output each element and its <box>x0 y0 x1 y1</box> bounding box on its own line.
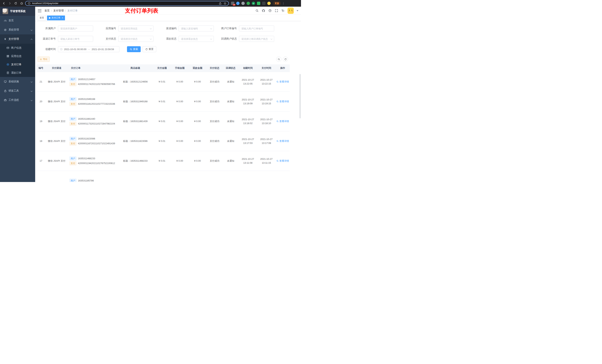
sidebar-item-app-info[interactable]: 应用信息 <box>0 52 35 60</box>
table-toolbar: 导出 <box>38 57 301 62</box>
date-end[interactable]: 2021-10-31 23:59:59 <box>92 48 114 51</box>
pay-order-no: 4200001173202110272847982104 <box>78 122 115 125</box>
document-icon <box>6 71 9 74</box>
sidebar-item-infra[interactable]: 基础设施 <box>0 77 35 86</box>
date-start[interactable]: 2021-10-01 00:00:00 <box>64 48 86 51</box>
col-pay-order: 支付订单 <box>68 64 118 72</box>
extension-icon[interactable] <box>262 2 266 5</box>
refund-status-select[interactable] <box>179 36 214 42</box>
github-icon[interactable] <box>262 9 265 13</box>
browser-update-button[interactable]: 更新 <box>273 1 281 5</box>
chevron-down-icon <box>31 29 32 31</box>
cell-title: 标题：1635312124656 <box>118 72 153 92</box>
view-detail-link[interactable]: 查看详情 <box>276 80 289 83</box>
user-avatar[interactable] <box>288 8 294 14</box>
pay-status-select[interactable] <box>118 36 153 42</box>
cell-pay-time: 2021-10-2713:17:08 <box>257 131 276 151</box>
cell-id: 19 <box>36 111 46 131</box>
merchant-order-no-input[interactable] <box>239 26 274 31</box>
page-info-icon[interactable] <box>27 2 31 5</box>
view-detail-link[interactable]: 查看详情 <box>276 139 289 143</box>
extension-badge: 10 <box>233 4 236 6</box>
share-icon[interactable] <box>218 2 222 5</box>
view-detail-link[interactable]: 查看详情 <box>276 159 289 163</box>
col-title: 商品标题 <box>118 64 153 72</box>
export-button[interactable]: 导出 <box>38 57 50 62</box>
fullscreen-icon[interactable] <box>275 9 278 13</box>
extension-icon[interactable] <box>267 2 271 5</box>
reset-button[interactable]: 重置 <box>142 46 156 52</box>
sidebar-item-system[interactable]: 系统管理 <box>0 25 35 34</box>
bookmark-star-icon[interactable] <box>223 2 226 5</box>
search-button[interactable]: 搜索 <box>127 46 141 52</box>
home-icon[interactable] <box>19 1 24 6</box>
forward-icon[interactable] <box>7 1 12 6</box>
browser-menu-icon[interactable]: ⋮ <box>282 2 285 5</box>
sidebar-item-merchant-info[interactable]: 商户信息 <box>0 44 35 52</box>
cell-actions: 查看详情 <box>276 92 290 111</box>
channel-order-no-input[interactable] <box>58 36 93 42</box>
cell-fee: ¥ 0.00 <box>171 131 189 151</box>
vertical-scrollbar[interactable] <box>300 74 301 118</box>
url-text[interactable]: localhost:1024/pay/order <box>32 2 217 5</box>
refresh-table-icon[interactable] <box>283 57 288 62</box>
sidebar-item-devtools[interactable]: 研发工具 <box>0 86 35 95</box>
merchant-order-no: 1635311881440 <box>78 117 95 120</box>
extension-icon[interactable] <box>241 2 245 5</box>
cell-id: 18 <box>36 131 46 151</box>
cell-pay-order: 商户 163531185786 支付 <box>68 171 118 182</box>
pay-tag: 支付 <box>69 102 76 106</box>
filter-create-time: 创建时间 2021-10-01 00:00:00 - 2021-10-31 23… <box>38 46 119 52</box>
cell-pay-time: 2021-10-2713:22:15 <box>257 72 276 92</box>
date-range-input[interactable]: 2021-10-01 00:00:00 - 2021-10-31 23:59:5… <box>58 46 119 52</box>
merchant-order-no: 1635311468233 <box>78 157 95 160</box>
page-content: 所属商户 应用编号 渠道编码 <box>35 21 301 182</box>
breadcrumb-payment[interactable]: 支付管理 <box>53 9 64 12</box>
cell-actions: 查看详情 <box>276 111 290 131</box>
merchant-input[interactable] <box>58 26 93 31</box>
sidebar-item-refund-order[interactable]: 退款订单 <box>0 69 35 77</box>
reload-icon[interactable] <box>13 1 18 6</box>
merchant-tag: 商户 <box>69 77 76 81</box>
sidebar-item-home[interactable]: 首页 <box>0 16 35 25</box>
tab-home[interactable]: 首页 <box>38 16 46 20</box>
col-channel: 支付渠道 <box>46 64 68 72</box>
app-logo[interactable]: 芋道管理系统 <box>0 7 35 16</box>
sidebar-item-payment[interactable]: ¥ 支付管理 <box>0 34 35 44</box>
breadcrumb-home[interactable]: 首页 <box>44 9 50 12</box>
cell-channel: 微信 JSAPI 支付 <box>46 111 68 131</box>
cell-amount: ¥ 0.01 <box>153 72 171 92</box>
address-bar[interactable]: localhost:1024/pay/order <box>25 1 229 6</box>
cell-amount: ¥ 0.01 <box>153 111 171 131</box>
notify-status-select[interactable] <box>239 36 274 42</box>
extension-icon[interactable] <box>236 2 239 5</box>
sidebar-item-pay-order[interactable]: 支付订单 <box>0 60 35 69</box>
cell-pay-order: 商户 1635311881440 支付 42000011732021102728… <box>68 111 118 131</box>
view-detail-link[interactable]: 查看详情 <box>276 100 289 103</box>
cell-amount <box>153 171 171 182</box>
back-icon[interactable] <box>1 1 6 6</box>
hamburger-icon[interactable] <box>38 9 42 12</box>
view-detail-link[interactable]: 查看详情 <box>276 120 289 123</box>
cell-notify: 未通知 <box>223 72 239 92</box>
extension-icon[interactable] <box>247 2 250 5</box>
channel-code-select[interactable] <box>179 26 214 31</box>
app-id-select[interactable] <box>118 26 153 31</box>
merchant-order-no: 163531185786 <box>78 179 94 182</box>
col-pay-time: 支付时间 <box>257 64 276 72</box>
extension-icon[interactable] <box>252 2 255 5</box>
extension-icon[interactable]: 10 <box>231 2 234 5</box>
font-size-icon[interactable] <box>281 9 285 13</box>
cell-id: 17 <box>36 151 46 171</box>
tab-pay-order[interactable]: 支付订单 × <box>47 16 65 20</box>
user-menu-caret-icon[interactable] <box>297 10 298 11</box>
merchant-tag: 商户 <box>69 137 76 141</box>
extension-icon[interactable] <box>257 2 260 5</box>
close-icon[interactable]: × <box>62 17 63 19</box>
sidebar-item-workflow[interactable]: 工作流程 <box>0 95 35 105</box>
search-icon[interactable] <box>255 9 259 13</box>
orders-table: 编号 支付渠道 支付订单 商品标题 支付金额 手续金额 退款金额 支付状态 回调… <box>36 64 290 182</box>
help-icon[interactable] <box>268 9 272 13</box>
show-search-toggle-icon[interactable] <box>276 57 281 62</box>
cell-title: 标题：1635311881439 <box>118 111 153 131</box>
